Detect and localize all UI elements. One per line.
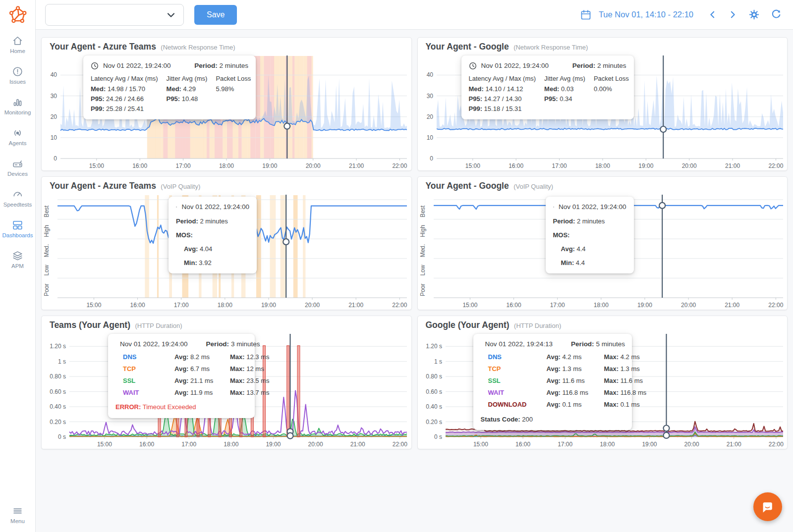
chart-title: Your Agent - Azure Teams <box>50 42 156 52</box>
chart-title: Your Agent - Google <box>426 42 509 52</box>
svg-text:0: 0 <box>430 155 433 162</box>
svg-text:17:00: 17:00 <box>174 302 189 309</box>
svg-text:0.20 s: 0.20 s <box>426 419 442 426</box>
sidebar-item-issues[interactable]: Issues <box>0 65 36 85</box>
chart-title: Your Agent - Google <box>426 181 509 191</box>
settings-button[interactable] <box>748 8 760 21</box>
svg-text:17:00: 17:00 <box>552 162 566 169</box>
brand-network-icon <box>8 5 27 25</box>
svg-text:16:00: 16:00 <box>509 162 523 169</box>
chart-subtitle: (Network Response Time) <box>513 44 588 51</box>
svg-text:18:00: 18:00 <box>224 441 238 448</box>
svg-text:17:00: 17:00 <box>550 302 565 309</box>
chevron-left-icon <box>707 9 718 20</box>
sidebar-nav: Home Issues Monitoring Agents <box>0 35 36 269</box>
svg-text:16:00: 16:00 <box>515 441 530 448</box>
svg-text:Med.: Med. <box>43 244 50 258</box>
card-teams-http-duration: Teams (Your Agent) (HTTP Duration) 0 s0.… <box>41 316 412 449</box>
svg-text:17:00: 17:00 <box>176 162 191 169</box>
chat-button[interactable] <box>753 492 782 521</box>
svg-text:20: 20 <box>51 113 57 120</box>
card-header: Your Agent - Google (Network Response Ti… <box>418 38 788 52</box>
chart-tooltip: Nov 01 2022, 19:24:13 Period: 5 minutes … <box>473 334 632 430</box>
chart-tooltip: Nov 01 2022, 19:24:00 Period: 2 minutes … <box>83 55 256 119</box>
svg-text:Poor: Poor <box>43 284 50 296</box>
svg-text:0.40 s: 0.40 s <box>426 403 442 410</box>
tooltip-time: Nov 01 2022, 19:24:00 <box>120 339 188 350</box>
dashboard-select[interactable] <box>45 4 184 26</box>
sidebar-item-devices[interactable]: Devices <box>0 158 36 177</box>
svg-text:20:00: 20:00 <box>681 302 696 309</box>
svg-text:16:00: 16:00 <box>506 302 521 309</box>
refresh-icon <box>770 9 782 21</box>
refresh-button[interactable] <box>770 9 782 21</box>
card-azure-teams-network-response: Your Agent - Azure Teams (Network Respon… <box>41 37 412 171</box>
date-range-label[interactable]: Tue Nov 01, 14:10 - 22:10 <box>599 10 693 19</box>
card-google-network-response: Your Agent - Google (Network Response Ti… <box>417 37 788 171</box>
svg-text:17:00: 17:00 <box>181 441 196 448</box>
svg-text:18:00: 18:00 <box>218 302 232 309</box>
svg-text:21:00: 21:00 <box>350 441 365 448</box>
prev-period-button[interactable] <box>707 9 718 20</box>
svg-text:1.20 s: 1.20 s <box>426 343 442 350</box>
tooltip-jitter-col: Jitter Avg (ms) Med: 4.29 P95: 10.48 <box>167 74 208 114</box>
svg-text:Low: Low <box>43 265 50 275</box>
svg-text:10: 10 <box>426 134 433 141</box>
svg-text:21:00: 21:00 <box>726 441 741 448</box>
chart-subtitle: (VoIP Quality) <box>161 183 200 190</box>
sidebar-item-home[interactable]: Home <box>0 35 36 54</box>
svg-text:19:00: 19:00 <box>638 162 653 169</box>
dashboard-grid-icon <box>11 219 24 231</box>
svg-text:20: 20 <box>426 113 433 120</box>
sidebar-item-label: Dashboards <box>2 232 33 238</box>
next-period-button[interactable] <box>728 9 738 20</box>
sidebar-item-label: Home <box>10 48 25 54</box>
card-header: Teams (Your Agent) (HTTP Duration) <box>42 316 411 330</box>
svg-text:16:00: 16:00 <box>130 302 145 309</box>
svg-text:21:00: 21:00 <box>349 162 364 169</box>
hamburger-menu-icon <box>11 505 24 517</box>
sidebar-menu-button[interactable]: Menu <box>0 505 36 524</box>
chart-title: Teams (Your Agent) <box>50 320 130 330</box>
svg-text:0: 0 <box>54 155 57 162</box>
sidebar-item-dashboards[interactable]: Dashboards <box>0 219 36 238</box>
svg-text:19:00: 19:00 <box>261 302 276 309</box>
sidebar-item-label: APM <box>11 263 24 269</box>
chart-subtitle: (HTTP Duration) <box>514 322 561 329</box>
sidebar-item-apm[interactable]: APM <box>0 250 36 269</box>
card-header: Your Agent - Google (VoIP Quality) <box>418 177 788 191</box>
svg-text:Poor: Poor <box>419 284 426 296</box>
app-logo[interactable] <box>8 5 27 27</box>
clock-icon <box>176 203 177 211</box>
chart-tooltip: Nov 01 2022, 19:24:00 Period: 3 minutes … <box>108 334 255 418</box>
svg-text:15:00: 15:00 <box>86 302 101 309</box>
sidebar-item-label: Issues <box>9 79 26 85</box>
save-button[interactable]: Save <box>194 5 237 25</box>
svg-text:15:00: 15:00 <box>97 441 112 448</box>
svg-text:21:00: 21:00 <box>725 302 739 309</box>
tooltip-latency-col: Latency Avg / Max (ms) Med: 14.98 / 15.7… <box>91 74 158 114</box>
svg-text:18:00: 18:00 <box>595 162 610 169</box>
svg-text:1 s: 1 s <box>434 358 442 365</box>
calendar-button[interactable] <box>580 9 592 21</box>
clock-icon <box>91 62 99 70</box>
svg-text:22:00: 22:00 <box>768 162 783 169</box>
svg-text:20:00: 20:00 <box>306 162 321 169</box>
tooltip-error: ERROR: Timeout Exceeded <box>115 402 247 412</box>
chart-title: Your Agent - Azure Teams <box>50 181 156 191</box>
svg-text:40: 40 <box>51 71 57 78</box>
topbar: Save Tue Nov 01, 14:10 - 22:10 <box>36 0 793 30</box>
sidebar-item-label: Agents <box>9 140 27 146</box>
svg-text:22:00: 22:00 <box>768 302 783 309</box>
sidebar-item-monitoring[interactable]: Monitoring <box>0 96 36 115</box>
svg-text:15:00: 15:00 <box>473 441 488 448</box>
svg-text:0.40 s: 0.40 s <box>50 403 66 410</box>
sidebar: Home Issues Monitoring Agents <box>0 0 36 532</box>
sidebar-item-speedtests[interactable]: Speedtests <box>0 188 36 208</box>
sidebar-item-agents[interactable]: Agents <box>0 127 36 146</box>
tooltip-time: Nov 01 2022, 19:24:00 <box>103 61 171 71</box>
topbar-right-controls: Tue Nov 01, 14:10 - 22:10 <box>580 8 782 21</box>
svg-text:10: 10 <box>51 134 57 141</box>
svg-text:22:00: 22:00 <box>768 441 783 448</box>
svg-text:19:00: 19:00 <box>266 441 281 448</box>
